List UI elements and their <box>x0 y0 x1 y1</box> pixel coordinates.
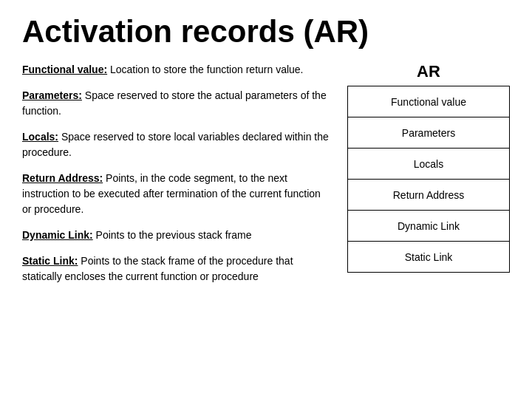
ar-table-row: Dynamic Link <box>348 211 510 242</box>
ar-table-cell-1: Parameters <box>348 117 510 149</box>
parameters-term: Parameters: <box>22 89 82 101</box>
ar-table-row: Locals <box>348 149 510 180</box>
ar-table-cell-3: Return Address <box>348 180 510 211</box>
return-address-text: Return Address: Points, in the code segm… <box>22 171 332 217</box>
functional-value-desc: Location to store the function return va… <box>107 64 303 75</box>
ar-table-row: Static Link <box>348 242 510 273</box>
ar-table-cell-2: Locals <box>348 149 510 180</box>
functional-value-term: Functional value: <box>22 64 107 75</box>
ar-table: Functional valueParametersLocalsReturn A… <box>347 86 510 273</box>
dynamic-link-desc: Points to the previous stack frame <box>93 229 252 241</box>
ar-table-row: Functional value <box>348 86 510 117</box>
locals-text: Locals: Space reserved to store local va… <box>22 129 332 160</box>
ar-table-cell-5: Static Link <box>348 242 510 273</box>
locals-desc: Space reserved to store local variables … <box>22 131 329 158</box>
ar-table-row: Parameters <box>348 117 510 149</box>
page: Activation records (AR) Functional value… <box>0 0 532 399</box>
functional-value-text: Functional value: Location to store the … <box>22 62 332 78</box>
parameters-text: Parameters: Space reserved to store the … <box>22 88 332 119</box>
left-column: Functional value: Location to store the … <box>22 62 332 384</box>
static-link-text: Static Link: Points to the stack frame o… <box>22 253 332 284</box>
ar-table-cell-0: Functional value <box>348 86 510 117</box>
return-address-term: Return Address: <box>22 172 103 184</box>
dynamic-link-text: Dynamic Link: Points to the previous sta… <box>22 228 332 243</box>
ar-table-row: Return Address <box>348 180 510 211</box>
content-area: Functional value: Location to store the … <box>22 62 510 384</box>
ar-table-cell-4: Dynamic Link <box>348 211 510 242</box>
ar-label: AR <box>417 62 440 81</box>
right-column: AR Functional valueParametersLocalsRetur… <box>347 62 510 384</box>
page-title: Activation records (AR) <box>22 15 510 49</box>
static-link-term: Static Link: <box>22 255 78 267</box>
dynamic-link-term: Dynamic Link: <box>22 229 93 241</box>
locals-term: Locals: <box>22 131 58 143</box>
